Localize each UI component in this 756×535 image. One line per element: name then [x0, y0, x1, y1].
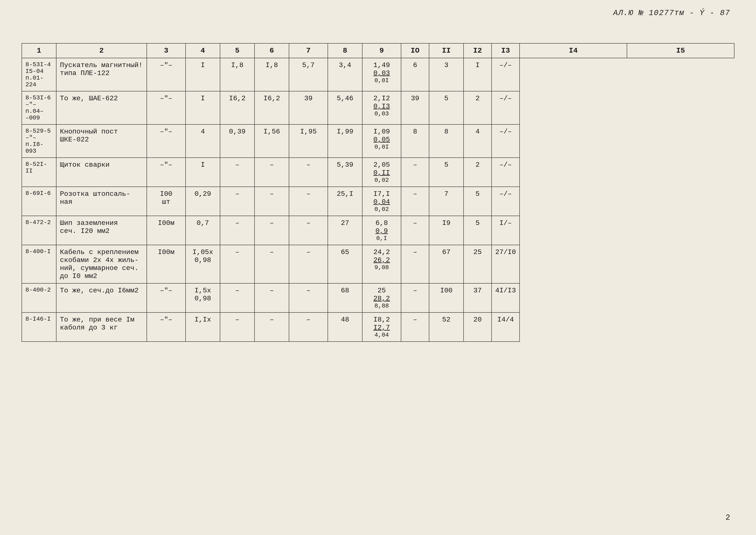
col-header-11: II	[429, 43, 464, 58]
row4-col10: –	[401, 157, 429, 187]
col-header-1: 1	[22, 43, 56, 58]
col-header-15: I5	[627, 43, 734, 58]
table-row: 8-472-2 Шип заземлениясеч. I20 мм2 I00м …	[22, 216, 734, 245]
row7-col2: Кабель с креплениемскобами 2х 4х жиль-ни…	[56, 245, 147, 283]
col-header-10: IO	[401, 43, 429, 58]
row4-col3: –"–	[147, 157, 186, 187]
row5-col2: Розотка штопсаль-ная	[56, 187, 147, 216]
row5-col9: I7,I 0,04 0,02	[362, 187, 401, 216]
row2-col6: I6,2	[255, 91, 289, 125]
row4-col9: 2,05 0,II 0,02	[362, 157, 401, 187]
row5-col12: 5	[464, 187, 492, 216]
table-row: 8-53I-6–"–п.04––009 То же, ШАЕ-622 –"– I…	[22, 91, 734, 125]
row8-col12: 37	[464, 283, 492, 312]
row5-col10: –	[401, 187, 429, 216]
row6-col3: I00м	[147, 216, 186, 245]
row8-col6: –	[255, 283, 289, 312]
row3-col3: –"–	[147, 125, 186, 157]
row4-col7: –	[289, 157, 328, 187]
row5-col4: 0,29	[186, 187, 220, 216]
col-header-7: 7	[289, 43, 328, 58]
row2-col2: То же, ШАЕ-622	[56, 91, 147, 125]
row6-col7: –	[289, 216, 328, 245]
row9-col13: I4/4	[492, 312, 520, 342]
row6-col1: 8-472-2	[22, 216, 56, 245]
row4-col6: –	[255, 157, 289, 187]
row1-col1: 8-53I-4I5-04п.01-224	[22, 58, 56, 91]
row7-col12: 25	[464, 245, 492, 283]
row2-col3: –"–	[147, 91, 186, 125]
table-row: 8-53I-4I5-04п.01-224 Пускатель магнитный…	[22, 58, 734, 91]
row9-col3: –"–	[147, 312, 186, 342]
row1-col5: I,8	[220, 58, 255, 91]
row4-col13: –/–	[492, 157, 520, 187]
table-row: 8-69I-6 Розотка штопсаль-ная I00шт 0,29 …	[22, 187, 734, 216]
row2-col10: 39	[401, 91, 429, 125]
row8-col9: 25 28,2 8,88	[362, 283, 401, 312]
row6-col12: 5	[464, 216, 492, 245]
row1-col7: 5,7	[289, 58, 328, 91]
row3-col12: 4	[464, 125, 492, 157]
row5-col1: 8-69I-6	[22, 187, 56, 216]
row8-col7: –	[289, 283, 328, 312]
row7-col8: 65	[328, 245, 362, 283]
col-header-8: 8	[328, 43, 362, 58]
row5-col8: 25,I	[328, 187, 362, 216]
row1-col2: Пускатель магнитный!типа ПЛЕ-122	[56, 58, 147, 91]
row8-col10: –	[401, 283, 429, 312]
row8-col2: То же, сеч.до I6мм2	[56, 283, 147, 312]
row9-col10: –	[401, 312, 429, 342]
row1-col9: 1,49 0,03 0,0I	[362, 58, 401, 91]
row3-col2: Кнопочный постШКЕ-022	[56, 125, 147, 157]
row9-col8: 48	[328, 312, 362, 342]
row6-col4: 0,7	[186, 216, 220, 245]
row6-col9: 6,8 0,9 0,I	[362, 216, 401, 245]
page-number: 2	[725, 513, 730, 522]
row4-col4: I	[186, 157, 220, 187]
row3-col7: I,95	[289, 125, 328, 157]
row2-col1: 8-53I-6–"–п.04––009	[22, 91, 56, 125]
row2-col4: I	[186, 91, 220, 125]
row6-col10: –	[401, 216, 429, 245]
row8-col13: 4I/I3	[492, 283, 520, 312]
row9-col12: 20	[464, 312, 492, 342]
row9-col5: –	[220, 312, 255, 342]
row5-col7: –	[289, 187, 328, 216]
row2-col5: I6,2	[220, 91, 255, 125]
row2-col9: 2,I2 0,I3 0,03	[362, 91, 401, 125]
row6-col8: 27	[328, 216, 362, 245]
main-table: 1 2 3 4 5 6 7 8 9 IO II I2 I3 I4 I5 8-53…	[21, 43, 735, 342]
row4-col1: 8-52I-II	[22, 157, 56, 187]
row5-col3: I00шт	[147, 187, 186, 216]
row4-col11: 5	[429, 157, 464, 187]
row3-col10: 8	[401, 125, 429, 157]
document-header: АЛ.Ю № 10277тм - Ý - 87	[613, 9, 730, 17]
row5-col6: –	[255, 187, 289, 216]
row8-col3: –"–	[147, 283, 186, 312]
table-row: 8-I46-I То же, при весе Iмкаболя до 3 кг…	[22, 312, 734, 342]
row7-col4: I,05х0,98	[186, 245, 220, 283]
col-header-5: 5	[220, 43, 255, 58]
table-row: 8-400-I Кабель с креплениемскобами 2х 4х…	[22, 245, 734, 283]
row9-col1: 8-I46-I	[22, 312, 56, 342]
row3-col13: –/–	[492, 125, 520, 157]
row1-col8: 3,4	[328, 58, 362, 91]
row1-col6: I,8	[255, 58, 289, 91]
row7-col3: I00м	[147, 245, 186, 283]
col-header-14: I4	[520, 43, 627, 58]
col-header-6: 6	[255, 43, 289, 58]
row1-col12: I	[464, 58, 492, 91]
row3-col1: 8-529-5–"–п.I8-093	[22, 125, 56, 157]
row7-col9: 24,2 26,2 9,08	[362, 245, 401, 283]
row3-col8: I,99	[328, 125, 362, 157]
row2-col8: 5,46	[328, 91, 362, 125]
row7-col1: 8-400-I	[22, 245, 56, 283]
row1-col3: –"–	[147, 58, 186, 91]
row6-col13: I/–	[492, 216, 520, 245]
row8-col8: 68	[328, 283, 362, 312]
row9-col11: 52	[429, 312, 464, 342]
row6-col6: –	[255, 216, 289, 245]
row1-col10: 6	[401, 58, 429, 91]
row4-col8: 5,39	[328, 157, 362, 187]
row2-col11: 5	[429, 91, 464, 125]
